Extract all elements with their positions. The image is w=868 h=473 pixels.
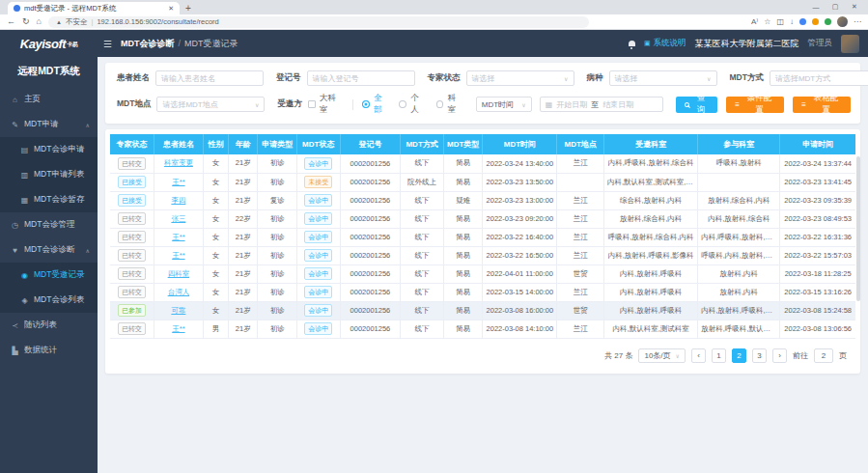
user-avatar[interactable] bbox=[841, 35, 859, 53]
sidebar-item-mdt-consult-apply[interactable]: ▤ MDT会诊申请 bbox=[0, 137, 98, 162]
table-row[interactable]: 已转交 张三 女 22岁 初诊 会诊中 0002001256 线下 简易 202… bbox=[110, 209, 855, 228]
sidebar-item-mdt-consult-draft[interactable]: ▦ MDT会诊暂存 bbox=[0, 187, 98, 212]
sidebar-item-mdt-consult-list[interactable]: ◈ MDT会诊列表 bbox=[0, 288, 98, 313]
reg-no-cell: 0002001256 bbox=[340, 228, 401, 246]
address-bar[interactable]: ▲ 不安全 | 192.168.0.156:9002/consultate/re… bbox=[48, 16, 589, 28]
home-icon[interactable]: ⌂ bbox=[37, 17, 42, 26]
table-header-cell[interactable]: 申请时间 bbox=[780, 134, 855, 154]
patient-name-link[interactable]: 王** bbox=[172, 251, 184, 260]
radio-dept[interactable] bbox=[436, 100, 444, 108]
table-header-cell[interactable]: 受邀科室 bbox=[604, 134, 698, 154]
table-header-cell[interactable]: 性别 bbox=[203, 134, 228, 154]
extension-icon[interactable] bbox=[812, 18, 819, 25]
patient-name-link[interactable]: 李四 bbox=[171, 196, 185, 205]
table-header-cell[interactable]: MDT地点 bbox=[557, 134, 604, 154]
sidebar-item-home[interactable]: ⌂ 主页 bbox=[0, 87, 98, 112]
patient-name-link[interactable]: 王** bbox=[172, 178, 184, 186]
page-button-3[interactable]: 3 bbox=[752, 348, 767, 363]
page-button-1[interactable]: 1 bbox=[712, 348, 726, 363]
filter-disease: 病种 请选择∨ bbox=[587, 70, 717, 86]
maximize-icon[interactable]: ▢ bbox=[826, 3, 845, 11]
mdt-status-cell: 未接受 bbox=[296, 173, 340, 191]
split-screen-icon[interactable]: ◫ bbox=[776, 18, 784, 26]
close-icon[interactable]: ✕ bbox=[845, 3, 864, 11]
table-header-cell[interactable]: MDT时间 bbox=[483, 134, 557, 154]
patient-name-link[interactable]: 四科室 bbox=[168, 269, 190, 278]
next-page-button[interactable]: › bbox=[772, 348, 787, 363]
mdt-type-cell: 简易 bbox=[443, 173, 483, 191]
table-row[interactable]: 已接受 王** 女 21岁 初诊 未接受 0002001256 院外线上 简易 … bbox=[110, 173, 855, 191]
join-depts-cell: 呼吸科,放射科 bbox=[698, 154, 780, 173]
patient-name-link[interactable]: 科室变更 bbox=[164, 158, 193, 167]
sidebar-group-mdt-apply[interactable]: ✎ MDT申请 ∧ bbox=[0, 112, 98, 137]
table-header-cell[interactable]: 申请类型 bbox=[258, 134, 297, 154]
mdt-mode-select[interactable]: 请选择MDT方式∨ bbox=[770, 70, 868, 86]
table-row[interactable]: 已参加 可靠 女 21岁 初诊 会诊中 0002001256 线下 简易 202… bbox=[110, 301, 855, 320]
sidebar-item-mdt-invite-record[interactable]: ◉ MDT受邀记录 bbox=[0, 263, 98, 288]
table-config-button[interactable]: ≡表格配置 bbox=[793, 97, 851, 113]
gender-cell: 女 bbox=[203, 191, 228, 209]
extension-icon[interactable] bbox=[825, 18, 831, 25]
table-row[interactable]: 已转交 王** 女 21岁 初诊 会诊中 0002001256 线下 简易 20… bbox=[110, 246, 855, 264]
sidebar-item-mdt-apply-list[interactable]: ▥ MDT申请列表 bbox=[0, 162, 98, 187]
table-header-cell[interactable]: 患者姓名 bbox=[154, 134, 204, 154]
bell-icon[interactable] bbox=[629, 41, 635, 46]
sidebar-item-data-stats[interactable]: ▙ 数据统计 bbox=[0, 338, 98, 363]
filter-label: 受邀方 bbox=[277, 98, 302, 110]
table-header-cell[interactable]: 年龄 bbox=[229, 134, 258, 154]
download-icon[interactable]: ↓ bbox=[790, 18, 794, 26]
reg-no-input[interactable]: 请输入登记号 bbox=[307, 70, 415, 86]
extension-icon[interactable] bbox=[799, 18, 806, 25]
disease-select[interactable]: 请选择∨ bbox=[609, 70, 717, 86]
table-header-cell[interactable]: 专家状态 bbox=[110, 134, 154, 154]
filter-label: 病种 bbox=[587, 72, 603, 84]
radio-all[interactable] bbox=[362, 100, 370, 108]
patient-name-link[interactable]: 张三 bbox=[171, 214, 185, 223]
search-button[interactable]: 查询 bbox=[676, 97, 718, 113]
sidebar-item-followup-list[interactable]: ≺ 随访列表 bbox=[0, 313, 98, 338]
table-header-cell[interactable]: MDT类型 bbox=[443, 134, 483, 154]
expert-status-select[interactable]: 请选择∨ bbox=[466, 70, 574, 86]
reload-icon[interactable]: ↻ bbox=[22, 17, 30, 26]
table-row[interactable]: 已转交 四科室 女 21岁 初诊 会诊中 0002001256 线下 简易 20… bbox=[110, 264, 855, 283]
back-icon[interactable]: ← bbox=[7, 17, 15, 26]
patient-name-input[interactable]: 请输入患者姓名 bbox=[155, 70, 264, 86]
table-row[interactable]: 已转交 王** 男 21岁 初诊 会诊中 0002001256 线下 简易 20… bbox=[110, 320, 855, 338]
new-tab-button[interactable]: + bbox=[185, 3, 191, 14]
read-aloud-icon[interactable]: A⁾ bbox=[751, 18, 758, 26]
patient-name-link[interactable]: 王** bbox=[172, 324, 184, 333]
mdt-time-select[interactable]: MDT时间∨ bbox=[476, 97, 532, 112]
page-button-2[interactable]: 2 bbox=[732, 348, 746, 363]
sidebar-collapse-icon[interactable]: ☰ bbox=[103, 39, 112, 49]
prev-page-button[interactable]: ‹ bbox=[691, 348, 706, 363]
table-header-cell[interactable]: MDT状态 bbox=[296, 134, 340, 154]
table-header-cell[interactable]: MDT方式 bbox=[401, 134, 444, 154]
big-dept-checkbox[interactable] bbox=[308, 100, 316, 108]
table-row[interactable]: 已转交 王** 女 21岁 初诊 会诊中 0002001256 线下 简易 20… bbox=[110, 228, 855, 246]
date-range-input[interactable]: ▦ 开始日期 至 结束日期 bbox=[540, 97, 663, 112]
sidebar-group-mdt-diagnose[interactable]: ♥ MDT会诊诊断 ∧ bbox=[0, 237, 98, 263]
patient-name-link[interactable]: 王** bbox=[172, 233, 184, 241]
system-help-link[interactable]: ▣系统说明 bbox=[644, 38, 686, 49]
table-row[interactable]: 已转交 台湾人 女 21岁 初诊 会诊中 0002001256 线下 简易 20… bbox=[110, 283, 855, 301]
goto-page-input[interactable]: 2 bbox=[814, 348, 833, 363]
page-size-select[interactable]: 10条/页∨ bbox=[638, 348, 686, 363]
patient-name-link[interactable]: 可靠 bbox=[171, 306, 185, 315]
minimize-icon[interactable]: — bbox=[806, 4, 826, 11]
more-menu-icon[interactable]: ⋯ bbox=[854, 18, 861, 26]
table-row[interactable]: 已接受 李四 女 21岁 复诊 会诊中 0002001256 线下 疑难 202… bbox=[110, 191, 855, 209]
sidebar-item-mdt-manage[interactable]: ◷ MDT会诊管理 bbox=[0, 212, 98, 237]
table-row[interactable]: 已转交 科室变更 女 21岁 初诊 会诊中 0002001256 线下 简易 2… bbox=[110, 154, 855, 173]
condition-config-button[interactable]: ≡条件配置 bbox=[726, 97, 784, 113]
radio-personal[interactable] bbox=[399, 100, 406, 108]
apply-time-cell: 2022-03-23 09:35:39 bbox=[780, 191, 855, 209]
browser-profile-avatar[interactable] bbox=[837, 16, 848, 27]
favorite-icon[interactable]: ☆ bbox=[764, 18, 770, 26]
scrollbar[interactable] bbox=[856, 156, 860, 301]
table-header-cell[interactable]: 登记号 bbox=[340, 134, 401, 154]
table-header-cell[interactable]: 参与科室 bbox=[698, 134, 780, 154]
mdt-place-select[interactable]: 请选择MDT地点∨ bbox=[156, 97, 265, 112]
patient-name-link[interactable]: 台湾人 bbox=[168, 288, 190, 296]
tab-close-icon[interactable]: ✕ bbox=[168, 5, 174, 13]
browser-tab[interactable]: mdt受邀记录 - 远程MDT系统 ✕ bbox=[8, 2, 180, 14]
